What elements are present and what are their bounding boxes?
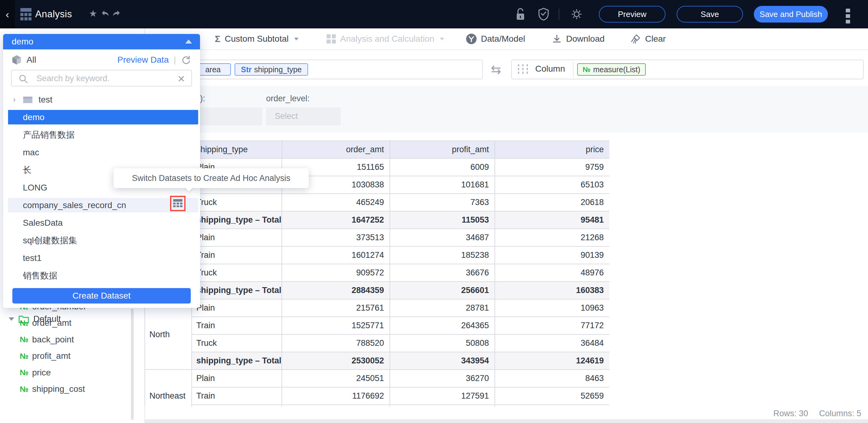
value-cell[interactable]: 48976 [495, 264, 609, 281]
value-cell[interactable]: 28781 [390, 299, 495, 317]
value-cell[interactable] [390, 405, 495, 406]
dataset-item-产品销售数据[interactable]: 产品销售数据 [3, 126, 200, 144]
shipping-cell[interactable]: Truck [192, 264, 282, 281]
header-profit_amt[interactable]: profit_amt [390, 141, 495, 158]
shield-check-icon[interactable] [538, 7, 550, 21]
value-cell[interactable]: 465249 [282, 193, 390, 211]
field-item-order_amt[interactable]: №order_amt [0, 316, 130, 330]
value-cell[interactable]: 6009 [390, 158, 495, 176]
dataset-dropdown-header[interactable]: demo [3, 34, 200, 50]
value-cell[interactable]: 788520 [282, 334, 390, 352]
value-cell[interactable]: 245051 [282, 370, 390, 387]
value-cell[interactable]: 101681 [390, 176, 495, 193]
value-cell[interactable]: 215761 [282, 299, 390, 317]
field-item-back_point[interactable]: №back_point [0, 333, 130, 347]
undo-icon[interactable] [101, 9, 110, 19]
value-cell[interactable]: 373513 [282, 229, 390, 246]
value-cell[interactable]: 52659 [495, 387, 609, 405]
dataset-item-mac[interactable]: mac [3, 144, 200, 161]
unlock-icon[interactable] [515, 8, 526, 21]
value-cell[interactable]: 185238 [390, 246, 495, 264]
table-row[interactable]: Train160127418523890139 [145, 246, 609, 264]
order-level-select[interactable]: Select [266, 108, 341, 125]
value-cell[interactable]: 36676 [390, 264, 495, 281]
value-cell[interactable]: 1176692 [282, 387, 390, 405]
value-cell[interactable]: 36484 [495, 334, 609, 352]
dataset-item-test1[interactable]: test1 [3, 249, 200, 267]
value-cell[interactable]: 10963 [495, 299, 609, 317]
value-cell[interactable]: 7363 [390, 193, 495, 211]
value-cell[interactable]: 9759 [495, 158, 609, 176]
sidebar-scrollbar[interactable] [131, 309, 134, 420]
value-cell[interactable]: 264365 [390, 317, 495, 334]
dataset-search-box[interactable]: ✕ [11, 70, 192, 86]
save-and-publish-button[interactable]: Save and Publish [754, 6, 828, 23]
header-order_amt[interactable]: order_amt [282, 141, 390, 158]
search-input[interactable] [36, 72, 172, 85]
custom-subtotal-button[interactable]: Σ Custom Subtotal [215, 28, 299, 50]
value-cell[interactable]: 90139 [495, 246, 609, 264]
table-row[interactable]: Truck7885205080836484 [145, 334, 609, 352]
header-price[interactable]: price [495, 141, 609, 158]
field-item-shipping_cost[interactable]: №shipping_cost [0, 382, 130, 396]
value-cell[interactable]: 1601274 [282, 246, 390, 264]
value-cell[interactable]: 77172 [495, 317, 609, 334]
value-cell[interactable]: 127591 [390, 387, 495, 405]
shipping-cell[interactable]: Plain [192, 299, 282, 317]
shipping-cell[interactable]: Truck [192, 193, 282, 211]
data-model-button[interactable]: Data/Model [466, 28, 525, 50]
ad-hoc-table-icon[interactable] [173, 199, 182, 208]
back-button[interactable]: ‹ [0, 0, 15, 28]
table-row[interactable]: Truck465249736320618 [145, 193, 609, 211]
shipping-cell[interactable]: Truck [192, 334, 282, 352]
clear-button[interactable]: Clear [630, 28, 666, 50]
value-cell[interactable]: 65103 [495, 176, 609, 193]
table-row[interactable]: Train117669212759152659 [145, 387, 609, 405]
more-menu-icon[interactable] [846, 9, 850, 25]
preview-data-link[interactable]: Preview Data [117, 55, 169, 65]
annotation-red-box[interactable] [170, 196, 186, 211]
table-row[interactable]: Truck [145, 405, 609, 406]
save-button[interactable]: Save [677, 6, 743, 23]
clear-search-icon[interactable]: ✕ [178, 73, 185, 84]
value-cell[interactable]: 20618 [495, 193, 609, 211]
chevron-right-icon[interactable]: › [13, 95, 16, 104]
shipping-cell[interactable]: Train [192, 317, 282, 334]
analysis-calculation-button[interactable]: Analysis and Calculation [327, 28, 444, 50]
table-row[interactable]: Truck9095723667648976 [145, 264, 609, 281]
table-row[interactable]: NorthPlain2157612878110963 [145, 299, 609, 317]
dataset-item-demo[interactable]: demo [3, 109, 200, 126]
value-cell[interactable] [282, 405, 390, 406]
value-cell[interactable]: 909572 [282, 264, 390, 281]
table-row[interactable]: NortheastPlain245051362708463 [145, 370, 609, 387]
field-item-profit_amt[interactable]: №profit_amt [0, 349, 130, 363]
shipping-cell[interactable]: Train [192, 387, 282, 405]
favorite-star-icon[interactable]: ★ [89, 8, 97, 19]
column-chip-measure-list[interactable]: № measure(List) [577, 63, 646, 75]
dataset-item-销售数据[interactable]: 销售数据 [3, 267, 200, 284]
swap-axes-icon[interactable]: ⇆ [491, 62, 501, 77]
table-row[interactable]: Plain3735133468721268 [145, 229, 609, 246]
table-row[interactable]: Train152577126436577172 [145, 317, 609, 334]
row-chip-shipping-type[interactable]: Str shipping_type [235, 63, 308, 75]
field-item-price[interactable]: №price [0, 366, 130, 380]
shipping-cell[interactable]: Truck [192, 405, 282, 406]
shipping-cell[interactable]: Plain [192, 370, 282, 387]
shipping-cell[interactable]: Train [192, 246, 282, 264]
gear-icon[interactable] [570, 8, 583, 20]
subtotal-row[interactable]: shipping_type – Total2530052343954124619 [145, 352, 609, 370]
create-dataset-button[interactable]: Create Dataset [12, 288, 191, 303]
value-cell[interactable]: 50808 [390, 334, 495, 352]
preview-button[interactable]: Preview [599, 6, 665, 23]
subtotal-row[interactable]: shipping_type – Total2884359256601160383 [145, 281, 609, 299]
subtotal-row[interactable]: shipping_type – Total164725211505395481 [145, 211, 609, 229]
value-cell[interactable]: 1525771 [282, 317, 390, 334]
dataset-item-test[interactable]: ›test [3, 91, 200, 109]
row-chip-area[interactable]: area [195, 63, 231, 75]
dataset-item-sql创建数据集[interactable]: sql创建数据集 [3, 232, 200, 249]
value-cell[interactable] [495, 405, 609, 406]
value-cell[interactable]: 34687 [390, 229, 495, 246]
dataset-item-SalesData[interactable]: SalesData [3, 214, 200, 232]
header-shipping-type[interactable]: shipping_type [192, 141, 282, 158]
area-cell[interactable]: Northeast [145, 370, 192, 406]
